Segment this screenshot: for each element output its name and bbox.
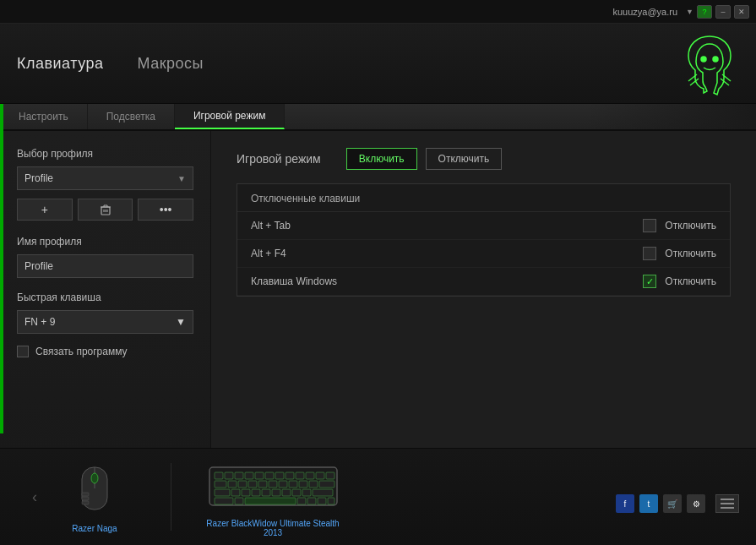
svg-rect-20 bbox=[235, 472, 243, 479]
svg-rect-54 bbox=[297, 498, 306, 504]
user-email: kuuuzya@ya.ru bbox=[612, 7, 677, 17]
svg-rect-23 bbox=[265, 472, 274, 479]
close-button[interactable]: ✕ bbox=[734, 5, 749, 19]
svg-rect-47 bbox=[282, 489, 291, 496]
svg-rect-50 bbox=[313, 489, 333, 496]
svg-rect-31 bbox=[228, 481, 237, 488]
device-bar: ‹ Razer Naga bbox=[0, 448, 756, 545]
razer-social-icon[interactable]: ⚙ bbox=[687, 494, 705, 513]
svg-rect-34 bbox=[258, 481, 267, 488]
app-header: Клавиатура Макросы bbox=[0, 24, 756, 104]
email-dropdown-arrow[interactable]: ▼ bbox=[686, 8, 693, 16]
devices-list: Razer Naga bbox=[44, 456, 712, 537]
svg-point-13 bbox=[91, 473, 98, 483]
svg-rect-37 bbox=[289, 481, 297, 488]
disabled-keys-container: Отключенные клавиши Alt + Tab Отключить … bbox=[237, 183, 731, 297]
key-checkbox-alt-f4[interactable] bbox=[643, 247, 656, 260]
menu-line-2 bbox=[721, 503, 734, 504]
profile-name-input[interactable] bbox=[17, 254, 193, 278]
svg-rect-49 bbox=[302, 489, 311, 496]
svg-rect-28 bbox=[316, 472, 324, 479]
device-divider bbox=[171, 463, 171, 531]
disabled-keys-title: Отключенные клавиши bbox=[237, 184, 730, 212]
svg-rect-21 bbox=[245, 472, 253, 479]
svg-rect-56 bbox=[318, 498, 326, 504]
right-panel: Игровой режим Включить Отключить Отключе… bbox=[211, 131, 756, 461]
svg-rect-14 bbox=[82, 493, 89, 496]
hotkey-value: FN + 9 bbox=[24, 316, 55, 328]
hotkey-dropdown-arrow: ▼ bbox=[176, 316, 186, 328]
svg-rect-35 bbox=[269, 481, 277, 488]
menu-button[interactable] bbox=[715, 494, 739, 513]
key-name-alt-f4: Alt + F4 bbox=[251, 248, 643, 259]
link-program-checkbox[interactable] bbox=[17, 346, 29, 357]
sub-nav-lighting[interactable]: Подсветка bbox=[88, 104, 175, 129]
keys-table: Alt + Tab Отключить Alt + F4 Отключить К… bbox=[237, 212, 730, 296]
sub-nav-configure[interactable]: Настроить bbox=[0, 104, 88, 129]
naga-icon-area bbox=[73, 461, 116, 520]
key-name-alt-tab: Alt + Tab bbox=[251, 220, 643, 232]
svg-rect-38 bbox=[299, 481, 307, 488]
main-content: Выбор профиля Profile ▼ + ••• Имя профил… bbox=[0, 131, 756, 461]
link-program-label: Связать программу bbox=[35, 346, 128, 357]
title-bar: kuuuzya@ya.ru ▼ ? – ✕ bbox=[0, 0, 756, 24]
more-options-button[interactable]: ••• bbox=[138, 199, 193, 221]
svg-rect-15 bbox=[82, 497, 89, 500]
profile-select-dropdown[interactable]: Profile ▼ bbox=[17, 166, 193, 190]
svg-rect-27 bbox=[306, 472, 314, 479]
svg-rect-30 bbox=[215, 481, 226, 488]
svg-rect-18 bbox=[215, 472, 223, 479]
game-mode-header: Игровой режим Включить Отключить bbox=[237, 148, 731, 170]
key-row-alt-f4: Alt + F4 Отключить bbox=[237, 240, 730, 268]
blackwidow-icon-area bbox=[208, 456, 339, 515]
key-row-windows: Клавиша Windows Отключить bbox=[237, 268, 730, 296]
svg-rect-32 bbox=[238, 481, 247, 488]
svg-rect-41 bbox=[215, 489, 230, 496]
svg-rect-48 bbox=[292, 489, 301, 496]
profile-name-label: Имя профиля bbox=[17, 236, 193, 248]
delete-profile-button[interactable] bbox=[78, 199, 133, 221]
svg-rect-16 bbox=[82, 501, 89, 504]
enable-button[interactable]: Включить bbox=[346, 148, 417, 170]
nav-tab-keyboard[interactable]: Клавиатура bbox=[17, 52, 104, 76]
twitter-icon[interactable]: t bbox=[639, 494, 658, 513]
svg-rect-39 bbox=[309, 481, 318, 488]
hotkey-select-dropdown[interactable]: FN + 9 ▼ bbox=[17, 310, 193, 334]
link-program-row: Связать программу bbox=[17, 346, 193, 357]
svg-point-1 bbox=[713, 57, 718, 62]
facebook-icon[interactable]: f bbox=[616, 494, 634, 513]
profile-btn-row: + ••• bbox=[17, 199, 193, 221]
add-profile-button[interactable]: + bbox=[17, 199, 73, 221]
disable-button[interactable]: Отключить bbox=[426, 148, 503, 170]
profile-select-label: Выбор профиля bbox=[17, 148, 193, 160]
device-item-blackwidow[interactable]: Razer BlackWidow Ultimate Stealth 2013 bbox=[205, 456, 340, 537]
cart-icon[interactable]: 🛒 bbox=[663, 494, 682, 513]
svg-rect-43 bbox=[242, 489, 250, 496]
svg-rect-40 bbox=[319, 481, 334, 488]
blackwidow-device-name: Razer BlackWidow Ultimate Stealth 2013 bbox=[205, 519, 340, 537]
left-accent-bar bbox=[0, 104, 3, 433]
key-action-windows: Отключить bbox=[665, 275, 716, 287]
game-mode-title: Игровой режим bbox=[237, 152, 321, 166]
prev-device-arrow[interactable]: ‹ bbox=[25, 485, 44, 510]
profile-select-value: Profile bbox=[24, 172, 53, 184]
svg-rect-44 bbox=[252, 489, 260, 496]
minimize-button[interactable]: – bbox=[715, 5, 731, 19]
menu-line-1 bbox=[721, 499, 734, 500]
razer-logo bbox=[680, 32, 739, 95]
svg-rect-25 bbox=[286, 472, 294, 479]
svg-rect-26 bbox=[296, 472, 304, 479]
key-checkbox-alt-tab[interactable] bbox=[643, 219, 656, 232]
svg-rect-36 bbox=[279, 481, 287, 488]
key-checkbox-windows[interactable] bbox=[643, 275, 656, 288]
svg-rect-33 bbox=[248, 481, 257, 488]
help-button[interactable]: ? bbox=[697, 5, 712, 19]
nav-tab-macros[interactable]: Макросы bbox=[138, 52, 204, 76]
svg-rect-51 bbox=[215, 498, 233, 504]
sub-nav-game-mode[interactable]: Игровой режим bbox=[175, 104, 286, 129]
sub-nav: Настроить Подсветка Игровой режим bbox=[0, 104, 756, 131]
device-item-naga[interactable]: Razer Naga bbox=[52, 461, 137, 533]
main-nav: Клавиатура Макросы bbox=[17, 52, 204, 76]
key-row-alt-tab: Alt + Tab Отключить bbox=[237, 212, 730, 240]
profile-dropdown-arrow: ▼ bbox=[177, 174, 186, 183]
